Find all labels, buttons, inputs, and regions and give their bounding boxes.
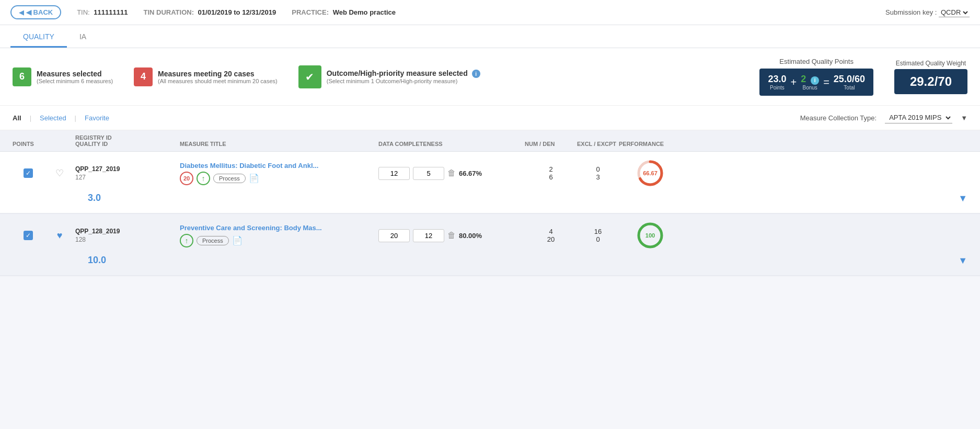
row1-measure-num: 127: [75, 174, 180, 181]
outcome-priority-card: ✔ Outcome/High-priority measure selected…: [298, 65, 480, 88]
filter-selected[interactable]: Selected: [40, 114, 66, 122]
table-header: POINTS REGISTRY ID QUALITY ID MEASURE TI…: [0, 130, 980, 152]
measures-selected-info: Measures selected (Select minimum 6 meas…: [37, 70, 113, 84]
row1-excl-cell: 0 3: [577, 165, 619, 181]
row2-num-input[interactable]: [378, 229, 410, 242]
tin-value: 111111111: [94, 8, 128, 16]
measures-meeting-subtitle: (All measures should meet minimum 20 cas…: [158, 78, 278, 84]
submission-key-label: Submission key :: [885, 8, 937, 16]
tin-duration-info: TIN DURATION: 01/01/2019 to 12/31/2019: [143, 8, 276, 16]
collection-type-label: Measure Collection Type:: [800, 114, 877, 122]
row1-title[interactable]: Diabetes Mellitus: Diabetic Foot and Ank…: [180, 162, 378, 170]
tab-quality[interactable]: QUALITY: [10, 25, 67, 48]
measures-meeting-count: 4: [134, 67, 153, 86]
plus-sign: +: [790, 76, 797, 88]
row1-badges: 20 ↑ Process 📄: [180, 172, 378, 185]
row2-arrow-up-icon: ↑: [180, 234, 193, 247]
row1-excl: 0: [596, 165, 599, 173]
row2-num: 4: [549, 228, 552, 235]
row2-process-badge[interactable]: Process: [197, 236, 229, 245]
row1-main: ✓ ♡ QPP_127_2019 127 Diabetes Mellitus: …: [13, 159, 967, 187]
row2-excpt: 0: [596, 235, 599, 243]
row2-measure-num: 128: [75, 236, 180, 243]
tabs: QUALITY IA: [10, 25, 970, 48]
bonus-sub-label: Bonus: [802, 85, 817, 91]
row1-footer: 3.0 ▼: [13, 187, 967, 206]
quality-weight-box: 29.2/70: [894, 69, 967, 94]
collection-type-chevron: ▼: [961, 114, 967, 122]
table-row: ✓ ♥ QPP_128_2019 128 Preventive Care and…: [0, 214, 980, 276]
row1-completeness-cell: 🗑 66.67%: [378, 167, 525, 180]
row1-expand-button[interactable]: ▼: [958, 194, 967, 203]
col-title: MEASURE TITLE: [180, 134, 378, 147]
row2-checkbox[interactable]: ✓: [24, 231, 33, 240]
row2-den: 20: [547, 235, 555, 243]
row2-footer: 10.0 ▼: [13, 250, 967, 268]
submission-key-area: Submission key : QCDR: [885, 8, 970, 17]
row1-favorite-icon[interactable]: ♡: [55, 167, 64, 179]
measures-meeting-info: Measures meeting 20 cases (All measures …: [158, 70, 278, 84]
col-excl: EXCL / EXCPT: [577, 134, 619, 147]
row2-main: ✓ ♥ QPP_128_2019 128 Preventive Care and…: [13, 221, 967, 250]
outcome-subtitle: (Select minimum 1 Outcome/High-priority …: [327, 78, 480, 84]
outcome-title: Outcome/High-priority measure selected i: [327, 69, 480, 78]
submission-key-select[interactable]: QCDR: [939, 8, 970, 17]
tin-duration-value: 01/01/2019 to 12/31/2019: [198, 8, 276, 16]
row1-process-badge[interactable]: Process: [213, 174, 246, 183]
row1-points: 3.0: [13, 190, 113, 206]
outcome-check-icon: ✔: [298, 65, 321, 88]
row1-perf-cell: 66.67: [619, 159, 682, 187]
col-checkbox: [44, 134, 75, 147]
row2-trash-icon[interactable]: 🗑: [447, 231, 456, 240]
tab-ia[interactable]: IA: [67, 25, 99, 48]
row2-favorite-icon[interactable]: ♥: [57, 230, 63, 241]
row1-title-cell: Diabetes Mellitus: Diabetic Foot and Ank…: [180, 162, 378, 185]
row2-pdf-icon[interactable]: 📄: [232, 235, 243, 245]
row2-excl-cell: 16 0: [577, 228, 619, 243]
bonus-info-icon[interactable]: i: [811, 76, 819, 85]
total-sub-label: Total: [844, 85, 855, 91]
row2-donut-label: 100: [645, 232, 655, 239]
filter-all[interactable]: All: [13, 114, 21, 122]
practice-info: PRACTICE: Web Demo practice: [292, 8, 396, 16]
row1-checkbox[interactable]: ✓: [24, 168, 33, 178]
row2-title[interactable]: Preventive Care and Screening: Body Mas.…: [180, 224, 378, 232]
row1-checkbox-cell: ✓: [13, 168, 44, 178]
back-button[interactable]: ◀ ◀ BACK: [10, 5, 61, 19]
row2-expand-button[interactable]: ▼: [958, 256, 967, 265]
row1-heart-cell: ♡: [44, 167, 75, 179]
col-registry: REGISTRY ID QUALITY ID: [75, 134, 180, 147]
quality-points-label: Estimated Quality Points: [759, 58, 873, 65]
measures-selected-title: Measures selected: [37, 70, 113, 78]
row2-title-cell: Preventive Care and Screening: Body Mas.…: [180, 224, 378, 247]
measures-selected-card: 6 Measures selected (Select minimum 6 me…: [13, 67, 113, 86]
practice-value: Web Demo practice: [333, 8, 396, 16]
quality-weight-container: Estimated Quality Weight 29.2/70: [894, 60, 967, 94]
points-value-group: 23.0 Points: [768, 74, 786, 91]
top-bar: ◀ ◀ BACK TIN: 111111111 TIN DURATION: 01…: [0, 0, 980, 25]
points-sub-label: Points: [770, 85, 785, 91]
col-numden: NUM / DEN: [525, 134, 577, 147]
row1-pct: 66.67%: [459, 170, 482, 177]
row1-circle20: 20: [180, 172, 193, 185]
row1-donut: 66.67: [636, 159, 664, 187]
row1-trash-icon[interactable]: 🗑: [447, 168, 456, 178]
row2-registry-id: QPP_128_2019: [75, 228, 180, 235]
collection-type-select[interactable]: APTA 2019 MIPS: [885, 112, 952, 123]
equals-sign: =: [823, 76, 829, 88]
outcome-info-icon[interactable]: i: [472, 70, 480, 78]
row2-checkbox-cell: ✓: [13, 231, 44, 240]
row1-num-input[interactable]: [378, 167, 410, 180]
bonus-value: 2 i: [801, 74, 819, 85]
measures-meeting-title: Measures meeting 20 cases: [158, 70, 278, 78]
tin-duration-label: TIN DURATION:: [143, 8, 194, 16]
row1-den-input[interactable]: [413, 167, 444, 180]
row2-numden-cell: 4 20: [525, 228, 577, 243]
filter-favorite[interactable]: Favorite: [85, 114, 109, 122]
row1-pdf-icon[interactable]: 📄: [249, 173, 259, 183]
row2-den-input[interactable]: [413, 229, 444, 242]
back-label: ◀ BACK: [26, 8, 53, 16]
tin-info: TIN: 111111111: [77, 8, 128, 16]
measures-selected-subtitle: (Select minimum 6 measures): [37, 78, 113, 84]
quality-weight-value: 29.2/70: [910, 74, 952, 89]
